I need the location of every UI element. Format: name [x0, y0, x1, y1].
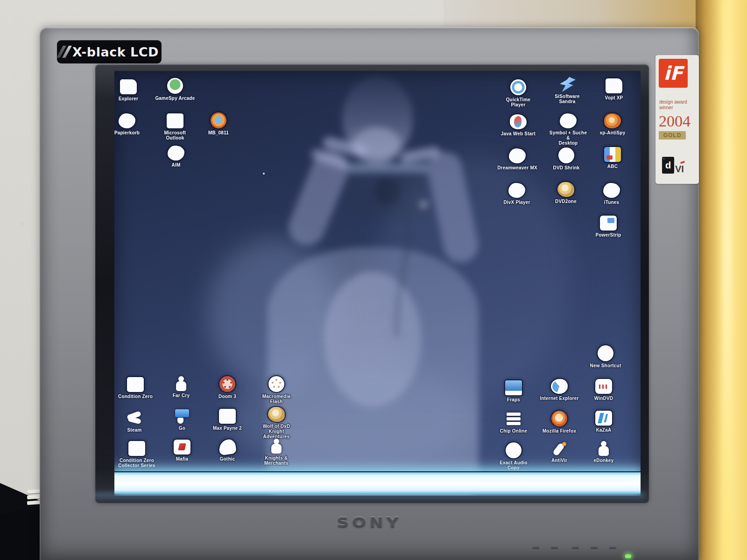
microsoft-outlook-icon [167, 113, 183, 128]
icon-label: Knights & Merchants [256, 455, 296, 466]
dvi-logo-icon: d VI [662, 157, 684, 174]
xblack-badge: X-black LCD [57, 40, 162, 63]
desktop-icon-macromedia-flash[interactable]: Macromedia Flash [256, 376, 296, 404]
steam-icon [126, 411, 143, 426]
icon-label: Doom 3 [218, 394, 236, 399]
desktop-icon-java-web-start[interactable]: Java Web Start [498, 114, 538, 136]
icon-label: QuickTime Player [498, 97, 538, 107]
taskbar[interactable] [114, 471, 641, 494]
desktop-icon-dvd-shrink[interactable]: DVD Shrink [546, 147, 586, 170]
desktop-icon-knights-merchants[interactable]: Knights & Merchants [256, 439, 296, 466]
icon-label: Condition Zero [118, 394, 153, 399]
desktop-icon-powerstrip[interactable]: PowerStrip [588, 216, 628, 238]
desktop-icon-dreamweaver[interactable]: Dreamweaver MX [497, 148, 537, 170]
desktop-icon-papierkorb[interactable]: Papierkorb [114, 113, 147, 135]
desktop-icon-itunes[interactable]: iTunes [592, 183, 632, 205]
icon-label: AntiVir [551, 458, 567, 463]
desktop-icon-dvd2one[interactable]: DVD2one [546, 182, 586, 204]
if-logo-icon: iF [659, 59, 688, 88]
badge-slashes-icon [60, 46, 69, 58]
desktop-icon-go[interactable]: Go [162, 409, 202, 431]
desktop-icon-symbol-suche[interactable]: Symbol + Suche &Desktop [548, 113, 588, 146]
icon-label: DVD2one [555, 199, 577, 204]
desktop-icon-aim[interactable]: AIM [156, 146, 196, 168]
desktop-icon-condition-zero[interactable]: Condition Zero [115, 377, 155, 399]
icon-label: Far Cry [173, 393, 190, 398]
desktop-icon-abc[interactable]: ABC [592, 147, 633, 169]
icon-label: Papierkorb [114, 130, 140, 135]
award-line2: winner [659, 105, 687, 111]
desktop-icon-vopt-xp[interactable]: Vopt XP [594, 78, 634, 100]
papierkorb-icon [119, 113, 135, 128]
desktop-icon-doom-3[interactable]: Doom 3 [207, 376, 247, 399]
desktop-icon-edonkey[interactable]: eDonkey [584, 441, 624, 463]
desktop-icon-dxd-knight[interactable]: Wolf of DxD KnightAdventures [256, 407, 296, 439]
exact-audio-copy-icon [506, 442, 521, 458]
desktop-icon-quicktime-player[interactable]: QuickTime Player [498, 79, 538, 107]
bezel-button[interactable] [532, 547, 539, 549]
desktop-icon-steam[interactable]: Steam [114, 411, 155, 433]
xp-antispy-icon [604, 113, 621, 128]
desktop-icon-exact-audio-copy[interactable]: Exact Audio Copy [493, 442, 534, 470]
icon-label: KaZaA [596, 427, 612, 433]
icon-label: Gothic [220, 456, 235, 462]
icon-label: Max Payne 2 [213, 426, 242, 431]
icon-label: ABC [607, 164, 618, 169]
desktop-icon-mb-0811[interactable]: MB_0811 [198, 112, 239, 135]
icon-label: Steam [127, 427, 141, 433]
desktop-icon-mozilla-firefox[interactable]: Mozilla Firefox [539, 411, 579, 434]
icon-label: xp-AntiSpy [600, 130, 626, 135]
antivir-icon [551, 441, 568, 456]
gamespy-arcade-icon [167, 78, 183, 94]
award-line1: design award [659, 99, 687, 105]
desktop-icon-far-cry[interactable]: Far Cry [161, 376, 201, 398]
vopt-xp-icon [606, 78, 622, 93]
icon-label: Symbol + Suche &Desktop [548, 130, 588, 146]
icon-label: Mafia [176, 456, 189, 462]
mafia-icon [174, 440, 190, 455]
internet-explorer-icon [551, 379, 568, 394]
desktop-icon-windvd[interactable]: WinDVD [584, 379, 624, 401]
desktop-screen: ExplorerGameSpy ArcadePapierkorbMicrosof… [114, 71, 641, 496]
desktop-icon-xp-antispy[interactable]: xp-AntiSpy [592, 113, 633, 135]
desktop-icon-gothic[interactable]: Gothic [207, 440, 247, 462]
desktop-icon-max-payne-2[interactable]: Max Payne 2 [207, 409, 247, 431]
icon-label: WinDVD [594, 396, 613, 401]
desktop-icon-microsoft-outlook[interactable]: Microsoft Outlook [155, 113, 195, 140]
bezel-button[interactable] [572, 547, 579, 549]
icon-label: PowerStrip [596, 232, 621, 238]
icon-label: DivX Player [503, 200, 530, 205]
desktop-icon-mafia[interactable]: Mafia [162, 440, 202, 462]
bezel-button[interactable] [551, 547, 558, 549]
photo-scene: X-black LCD iF design award winner 2004 … [0, 0, 747, 560]
icon-label: Microsoft Outlook [155, 130, 195, 140]
power-led [625, 554, 631, 558]
desktop-icon-fraps[interactable]: Fraps [493, 380, 534, 402]
doom-3-icon [219, 376, 235, 392]
desktop-icon-sisoftware-sandra[interactable]: SiSoftware Sandra [547, 77, 587, 104]
bezel-button[interactable] [609, 547, 616, 549]
desktop-icon-antivir[interactable]: AntiVir [539, 441, 579, 463]
desktop-icon-internet-explorer[interactable]: Internet Explorer [539, 379, 579, 401]
far-cry-icon [173, 376, 190, 391]
desktop-icon-new-shortcut[interactable]: New Shortcut [585, 345, 626, 368]
icon-label: Wolf of DxD KnightAdventures [256, 424, 296, 439]
award-year: 2004 [659, 112, 691, 130]
desktop-icon-explorer[interactable]: Explorer [114, 79, 148, 101]
award-medal: GOLD [659, 131, 686, 140]
lamp-lit-wall [696, 0, 747, 560]
if-award-sticker: iF design award winner 2004 GOLD d VI [655, 55, 699, 184]
bezel-button[interactable] [591, 547, 598, 549]
lamp-highlight [723, 0, 731, 560]
dust-speck [263, 173, 265, 175]
powerstrip-icon [600, 216, 617, 231]
dreamweaver-icon [509, 148, 526, 163]
desktop-icon-kazaa[interactable]: KaZaA [584, 411, 624, 433]
aim-icon [168, 146, 184, 161]
desktop-icon-divx-player[interactable]: DivX Player [497, 183, 537, 205]
desktop-icon-gamespy-arcade[interactable]: GameSpy Arcade [155, 78, 195, 101]
condition-zero-icon [127, 377, 144, 392]
mozilla-firefox-icon [551, 411, 567, 427]
desktop-icon-chip-online[interactable]: Chip Online [493, 412, 534, 434]
desktop-icon-condition-zero-collector[interactable]: Condition ZeroCollector Series [117, 441, 157, 468]
